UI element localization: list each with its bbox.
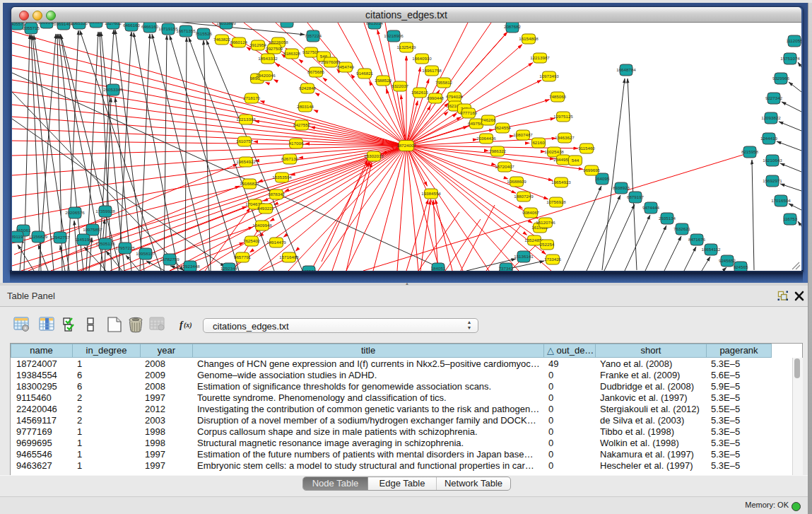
svg-text:6879197: 6879197: [627, 194, 645, 199]
svg-text:1327602: 1327602: [105, 23, 122, 25]
svg-text:1733426: 1733426: [544, 257, 562, 262]
svg-text:7986322: 7986322: [489, 148, 507, 153]
svg-text:12213987: 12213987: [530, 55, 550, 60]
svg-text:15716485: 15716485: [279, 255, 299, 259]
svg-text:8215958: 8215958: [741, 149, 759, 154]
svg-text:8813014: 8813014: [366, 23, 384, 25]
svg-text:6466160: 6466160: [141, 24, 159, 29]
svg-text:10973493: 10973493: [539, 74, 559, 78]
svg-text:15692971: 15692971: [763, 178, 782, 183]
svg-text:18807249: 18807249: [514, 194, 534, 199]
svg-text:12213383: 12213383: [236, 117, 256, 122]
svg-text:7625402: 7625402: [243, 238, 261, 243]
svg-text:10688609: 10688609: [507, 179, 526, 184]
svg-text:23976068: 23976068: [321, 59, 341, 64]
svg-text:15720407: 15720407: [495, 164, 514, 169]
svg-text:2087682: 2087682: [504, 24, 522, 29]
svg-text:9657791: 9657791: [234, 255, 252, 259]
svg-text:11156829: 11156829: [29, 234, 48, 239]
svg-text:16640910: 16640910: [412, 56, 432, 61]
svg-text:1588520: 1588520: [375, 78, 392, 83]
svg-text:20364436: 20364436: [476, 136, 496, 141]
svg-text:26053346: 26053346: [103, 87, 123, 92]
svg-text:8454749: 8454749: [337, 64, 355, 69]
svg-text:116753: 116753: [783, 216, 798, 221]
svg-text:8427552: 8427552: [293, 122, 311, 127]
svg-text:9777169: 9777169: [460, 110, 478, 115]
svg-text:417006: 417006: [289, 141, 304, 146]
svg-text:1292344: 1292344: [220, 266, 238, 271]
svg-text:8242848: 8242848: [299, 86, 317, 90]
svg-text:924565: 924565: [734, 264, 748, 269]
svg-text:737342: 737342: [499, 266, 514, 271]
svg-text:3878342: 3878342: [268, 192, 286, 197]
svg-text:(x): (x): [184, 321, 192, 329]
svg-text:14914479: 14914479: [266, 240, 286, 245]
svg-text:2055715: 2055715: [23, 25, 40, 30]
svg-text:16210643: 16210643: [763, 158, 782, 163]
svg-text:15409948: 15409948: [252, 223, 272, 228]
svg-text:16961758: 16961758: [422, 68, 442, 73]
svg-text:19654923: 19654923: [551, 180, 571, 185]
svg-text:10756928: 10756928: [546, 199, 566, 204]
svg-text:16671355: 16671355: [176, 28, 196, 33]
svg-text:10807487: 10807487: [513, 132, 533, 137]
svg-text:6466160: 6466160: [123, 23, 141, 28]
svg-text:9245652: 9245652: [719, 258, 736, 263]
svg-text:18543332: 18543332: [258, 56, 278, 61]
svg-text:7485063: 7485063: [549, 94, 567, 99]
svg-text:9146821: 9146821: [356, 71, 374, 76]
svg-text:11325419: 11325419: [396, 45, 416, 49]
svg-text:3624554: 3624554: [494, 125, 512, 130]
svg-text:16648784: 16648784: [616, 67, 636, 72]
svg-text:544: 544: [572, 158, 579, 163]
svg-text:8938923: 8938923: [613, 185, 630, 190]
svg-text:1145194: 1145194: [75, 237, 92, 242]
svg-text:9699695: 9699695: [583, 168, 601, 173]
svg-text:7357224: 7357224: [305, 33, 322, 38]
svg-text:25302033: 25302033: [364, 153, 384, 158]
svg-text:12975125: 12975125: [553, 114, 573, 119]
svg-text:3912954: 3912954: [249, 42, 267, 47]
svg-text:9084067: 9084067: [522, 210, 540, 215]
svg-text:17957225: 17957225: [115, 245, 135, 250]
svg-text:2069140: 2069140: [38, 23, 56, 25]
svg-text:17016504: 17016504: [771, 198, 791, 203]
svg-text:12923448: 12923448: [180, 264, 200, 269]
svg-text:12942757: 12942757: [50, 235, 70, 240]
svg-text:1244419: 1244419: [760, 136, 778, 141]
svg-text:164095: 164095: [595, 176, 610, 181]
svg-text:8660124: 8660124: [230, 40, 248, 45]
svg-text:8675685: 8675685: [307, 69, 325, 74]
svg-text:10958107: 10958107: [136, 251, 155, 256]
svg-text:23420046: 23420046: [256, 73, 276, 78]
svg-text:8493222: 8493222: [257, 206, 275, 211]
svg-text:10654112: 10654112: [701, 247, 721, 252]
svg-text:8322037: 8322037: [392, 83, 409, 88]
svg-text:7955812: 7955812: [435, 80, 453, 85]
svg-text:9227342: 9227342: [765, 95, 783, 100]
svg-text:12093822: 12093822: [761, 115, 781, 120]
svg-text:15353594: 15353594: [272, 175, 292, 180]
svg-text:19218906: 19218906: [384, 33, 404, 38]
svg-text:1610757: 1610757: [236, 139, 254, 144]
svg-text:13463627: 13463627: [555, 135, 575, 140]
svg-text:16154808: 16154808: [519, 36, 539, 41]
svg-text:1112055: 1112055: [786, 38, 801, 43]
svg-text:1065325: 1065325: [71, 23, 88, 25]
svg-text:0653257: 0653257: [88, 23, 105, 24]
svg-text:9474444: 9474444: [642, 205, 660, 210]
svg-text:8267130: 8267130: [281, 156, 299, 161]
svg-text:8990448: 8990448: [427, 95, 445, 100]
svg-text:2935134: 2935134: [659, 216, 676, 221]
svg-text:7632621: 7632621: [673, 226, 691, 231]
svg-text:7515526: 7515526: [195, 31, 213, 36]
svg-text:10719155: 10719155: [158, 26, 178, 31]
svg-text:39119: 39119: [12, 234, 23, 239]
svg-text:9329966: 9329966: [772, 76, 790, 81]
svg-text:19654922: 19654922: [236, 159, 256, 164]
svg-text:949506: 949506: [302, 269, 317, 271]
svg-text:10025438: 10025438: [544, 149, 564, 154]
svg-text:7463822: 7463822: [213, 37, 231, 42]
svg-text:15751074: 15751074: [780, 56, 800, 61]
